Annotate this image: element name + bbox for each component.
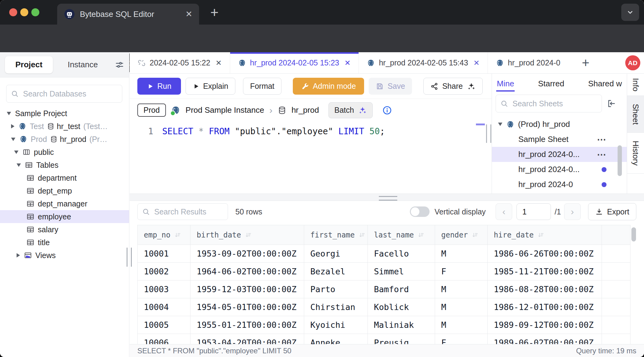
- new-tab-button[interactable]: +: [206, 4, 222, 20]
- minimize-window-button[interactable]: [20, 8, 28, 16]
- panel-tab-info[interactable]: Info: [627, 74, 644, 96]
- table-cell: Maliniak: [368, 316, 435, 334]
- tab-project[interactable]: Project: [5, 56, 53, 73]
- column-header-emp-no[interactable]: emp_no: [138, 225, 190, 245]
- run-button[interactable]: Run: [137, 78, 181, 95]
- info-icon[interactable]: [382, 105, 392, 115]
- save-button[interactable]: Save: [369, 78, 412, 95]
- instance-name[interactable]: Prod Sample Instance: [186, 105, 264, 115]
- sql-editor[interactable]: 1 SELECT * FROM "public"."employee" LIMI…: [130, 121, 492, 194]
- browser-tab[interactable]: Bytebase SQL Editor ✕: [57, 4, 199, 25]
- tree-item-public[interactable]: public: [0, 146, 129, 159]
- panel-tab-sheet[interactable]: Sheet: [627, 96, 644, 133]
- format-button[interactable]: Format: [243, 78, 281, 95]
- tree-item-employee[interactable]: employee: [0, 210, 129, 223]
- database-tree: Sample ProjectTesthr_test(Test…Prodhr_pr…: [0, 107, 129, 262]
- import-sheet-icon[interactable]: [607, 99, 616, 108]
- filter-settings-icon[interactable]: [115, 60, 124, 69]
- page-number-input[interactable]: [516, 203, 551, 220]
- tree-item-salary[interactable]: salary: [0, 223, 129, 236]
- column-header-birth-date[interactable]: birth_date: [190, 225, 304, 245]
- editor-panel-resize-handle[interactable]: [486, 124, 491, 143]
- tree-item-tables[interactable]: Tables: [0, 159, 129, 171]
- splitter-handle[interactable]: [379, 196, 397, 201]
- caret-right-icon[interactable]: [11, 124, 14, 128]
- table-row[interactable]: 100061953-04-20T00:00:00ZAnnekePreusigF1…: [138, 334, 630, 344]
- sheet-search[interactable]: [496, 95, 602, 112]
- tree-item-views[interactable]: Views: [0, 249, 129, 262]
- database-search[interactable]: [6, 85, 122, 103]
- sheet-item-prod-hr-prod[interactable]: (Prod) hr_prod: [492, 117, 627, 132]
- sheet-item-hr-prod-2024-0[interactable]: hr_prod 2024-0: [492, 177, 627, 192]
- caret-right-icon[interactable]: [17, 253, 20, 257]
- table-row[interactable]: 100011953-09-02T00:00:00ZGeorgiFacelloM1…: [138, 245, 630, 263]
- tree-item-test-hr-test[interactable]: Testhr_test(Test…: [0, 120, 129, 133]
- environment-chip[interactable]: Prod: [137, 104, 166, 117]
- editor-tab-2024-02-05-15-22[interactable]: 2024-02-05 15:22✕: [130, 52, 230, 73]
- window-menu-button[interactable]: [621, 4, 639, 21]
- search-results-input[interactable]: [154, 207, 223, 217]
- column-header-hire-date[interactable]: hire_date: [488, 225, 602, 245]
- tree-item-prod-hr-prod[interactable]: Prodhr_prod(Pr…: [0, 133, 129, 146]
- tree-item-dept-manager[interactable]: dept_manager: [0, 197, 129, 210]
- search-sheets-input[interactable]: [512, 99, 597, 108]
- sheet-tab-starred[interactable]: Starred: [537, 74, 565, 93]
- close-tab-icon[interactable]: ✕: [473, 59, 480, 67]
- results-search[interactable]: [137, 203, 228, 220]
- sheet-menu-icon[interactable]: ⋯: [597, 150, 607, 159]
- new-sheet-button[interactable]: +: [579, 57, 592, 69]
- results-toolbar: 50 rows Vertical display ‹ /1 › Export: [130, 201, 644, 222]
- table-row[interactable]: 100021964-06-02T00:00:00ZBezalelSimmelF1…: [138, 263, 630, 280]
- batch-button[interactable]: Batch: [328, 102, 373, 118]
- admin-mode-button[interactable]: Admin mode: [293, 78, 364, 95]
- table-cell: 1964-06-02T00:00:00Z: [190, 263, 304, 280]
- close-tab-icon[interactable]: ✕: [185, 10, 192, 18]
- sheet-tab-mine[interactable]: Mine: [496, 74, 515, 93]
- panel-tab-history[interactable]: History: [627, 133, 644, 174]
- editor-tab-hr-prod-2024-02-05-15-43[interactable]: hr_prod 2024-02-05 15:43✕: [359, 52, 488, 73]
- caret-down-icon[interactable]: [498, 123, 502, 126]
- sidebar-resize-handle[interactable]: [127, 248, 132, 267]
- table-scrollbar[interactable]: [631, 227, 636, 241]
- close-tab-icon[interactable]: ✕: [215, 59, 222, 67]
- tab-instance[interactable]: Instance: [68, 60, 98, 69]
- close-tab-icon[interactable]: ✕: [344, 59, 351, 67]
- table-row[interactable]: 100031959-12-03T00:00:00ZPartoBamfordM19…: [138, 280, 630, 298]
- caret-down-icon[interactable]: [11, 138, 15, 141]
- sheet-item-hr-prod-2024-0[interactable]: hr_prod 2024-0...⋯: [492, 147, 627, 162]
- editor-minimap[interactable]: [475, 121, 486, 194]
- explain-button[interactable]: Explain: [186, 78, 235, 95]
- caret-down-icon[interactable]: [14, 151, 18, 154]
- tree-item-dept-emp[interactable]: dept_emp: [0, 184, 129, 197]
- caret-down-icon[interactable]: [17, 163, 21, 167]
- close-window-button[interactable]: [9, 8, 17, 16]
- vertical-display-toggle[interactable]: [410, 206, 430, 217]
- tree-item-department[interactable]: department: [0, 171, 129, 184]
- next-page-button[interactable]: ›: [564, 203, 581, 220]
- search-icon: [11, 90, 19, 98]
- table-row[interactable]: 100041954-05-01T00:00:00ZChirstianKoblic…: [138, 298, 630, 316]
- tree-item-title[interactable]: title: [0, 236, 129, 249]
- sheet-item-sample-sheet[interactable]: Sample Sheet⋯: [492, 132, 627, 147]
- table-row[interactable]: 100051955-01-21T00:00:00ZKyoichiMaliniak…: [138, 316, 630, 334]
- previous-page-button[interactable]: ‹: [496, 203, 512, 220]
- sheet-menu-icon[interactable]: ⋯: [597, 135, 607, 144]
- editor-tab-hr-prod-2024-0[interactable]: hr_prod 2024-0: [488, 52, 579, 73]
- maximize-window-button[interactable]: [31, 8, 39, 16]
- tree-item-sample-project[interactable]: Sample Project: [0, 107, 129, 120]
- sheet-list-scrollbar[interactable]: [618, 145, 622, 176]
- horizontal-splitter[interactable]: [130, 194, 644, 201]
- sheet-item-hr-prod-2024-0[interactable]: hr_prod 2024-0...: [492, 162, 627, 177]
- database-name[interactable]: hr_prod: [292, 105, 319, 115]
- sheet-tab-shared-w[interactable]: Shared w: [587, 74, 622, 93]
- editor-tab-hr-prod-2024-02-05-15-23[interactable]: hr_prod 2024-02-05 15:23✕: [230, 52, 359, 73]
- column-header-last-name[interactable]: last_name: [368, 225, 435, 245]
- share-button[interactable]: Share: [423, 78, 483, 95]
- search-databases-input[interactable]: [22, 89, 118, 99]
- export-button[interactable]: Export: [588, 203, 636, 220]
- column-header-first-name[interactable]: first_name: [304, 225, 368, 245]
- schema-icon: [22, 148, 30, 156]
- avatar[interactable]: AD: [625, 55, 640, 70]
- column-header-gender[interactable]: gender: [435, 225, 488, 245]
- caret-down-icon[interactable]: [7, 112, 11, 115]
